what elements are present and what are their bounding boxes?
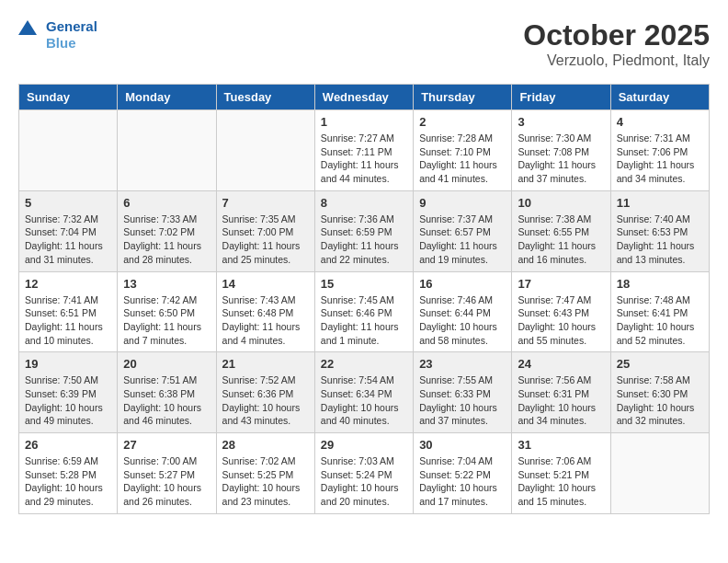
- day-number: 5: [25, 196, 111, 210]
- day-number: 11: [617, 196, 703, 210]
- day-number: 9: [419, 196, 506, 210]
- day-number: 21: [222, 357, 309, 371]
- day-info: Sunrise: 7:35 AM Sunset: 7:00 PM Dayligh…: [222, 213, 309, 267]
- day-info: Sunrise: 7:02 AM Sunset: 5:25 PM Dayligh…: [222, 454, 309, 509]
- day-info: Sunrise: 7:43 AM Sunset: 6:48 PM Dayligh…: [222, 293, 309, 348]
- calendar-cell: 21Sunrise: 7:52 AM Sunset: 6:36 PM Dayli…: [216, 352, 314, 433]
- logo-triangle-icon: [18, 18, 37, 52]
- calendar-cell: 20Sunrise: 7:51 AM Sunset: 6:38 PM Dayli…: [118, 352, 216, 433]
- calendar-cell: 14Sunrise: 7:43 AM Sunset: 6:48 PM Dayli…: [216, 271, 314, 352]
- day-number: 16: [419, 277, 506, 291]
- month-title: October 2025: [523, 18, 710, 52]
- day-info: Sunrise: 7:50 AM Sunset: 6:39 PM Dayligh…: [25, 373, 111, 428]
- day-number: 1: [321, 115, 407, 129]
- calendar-cell: 1Sunrise: 7:27 AM Sunset: 7:11 PM Daylig…: [314, 110, 413, 191]
- calendar-cell: 22Sunrise: 7:54 AM Sunset: 6:34 PM Dayli…: [314, 352, 413, 433]
- calendar-cell: 8Sunrise: 7:36 AM Sunset: 6:59 PM Daylig…: [314, 190, 413, 271]
- day-number: 12: [25, 277, 111, 291]
- day-number: 8: [321, 196, 407, 210]
- day-info: Sunrise: 7:30 AM Sunset: 7:08 PM Dayligh…: [518, 132, 604, 186]
- day-number: 4: [617, 115, 703, 129]
- weekday-header-row: SundayMondayTuesdayWednesdayThursdayFrid…: [19, 85, 710, 110]
- day-number: 2: [419, 115, 506, 129]
- weekday-header-thursday: Thursday: [414, 85, 512, 110]
- day-number: 18: [617, 277, 703, 291]
- calendar-cell: [19, 110, 118, 191]
- day-info: Sunrise: 7:52 AM Sunset: 6:36 PM Dayligh…: [222, 373, 309, 428]
- calendar-cell: 25Sunrise: 7:58 AM Sunset: 6:30 PM Dayli…: [610, 352, 709, 433]
- calendar-cell: 13Sunrise: 7:42 AM Sunset: 6:50 PM Dayli…: [118, 271, 216, 352]
- logo-blue-text: Blue: [46, 35, 97, 52]
- day-info: Sunrise: 7:36 AM Sunset: 6:59 PM Dayligh…: [321, 213, 407, 267]
- day-number: 27: [123, 438, 210, 452]
- calendar-cell: 17Sunrise: 7:47 AM Sunset: 6:43 PM Dayli…: [512, 271, 610, 352]
- day-info: Sunrise: 7:38 AM Sunset: 6:55 PM Dayligh…: [518, 213, 604, 267]
- calendar-week-row: 5Sunrise: 7:32 AM Sunset: 7:04 PM Daylig…: [19, 190, 710, 271]
- calendar-cell: 6Sunrise: 7:33 AM Sunset: 7:02 PM Daylig…: [118, 190, 216, 271]
- weekday-header-sunday: Sunday: [19, 85, 118, 110]
- day-info: Sunrise: 7:41 AM Sunset: 6:51 PM Dayligh…: [25, 293, 111, 348]
- day-info: Sunrise: 7:00 AM Sunset: 5:27 PM Dayligh…: [123, 454, 210, 509]
- calendar-cell: 28Sunrise: 7:02 AM Sunset: 5:25 PM Dayli…: [216, 433, 314, 514]
- day-info: Sunrise: 7:47 AM Sunset: 6:43 PM Dayligh…: [518, 293, 604, 348]
- day-info: Sunrise: 7:54 AM Sunset: 6:34 PM Dayligh…: [321, 373, 407, 428]
- calendar-cell: 5Sunrise: 7:32 AM Sunset: 7:04 PM Daylig…: [19, 190, 118, 271]
- day-info: Sunrise: 7:42 AM Sunset: 6:50 PM Dayligh…: [123, 293, 210, 348]
- calendar-cell: 11Sunrise: 7:40 AM Sunset: 6:53 PM Dayli…: [610, 190, 709, 271]
- day-number: 14: [222, 277, 309, 291]
- calendar-cell: 12Sunrise: 7:41 AM Sunset: 6:51 PM Dayli…: [19, 271, 118, 352]
- weekday-header-tuesday: Tuesday: [216, 85, 314, 110]
- day-info: Sunrise: 6:59 AM Sunset: 5:28 PM Dayligh…: [25, 454, 111, 509]
- day-number: 29: [321, 438, 407, 452]
- day-info: Sunrise: 7:31 AM Sunset: 7:06 PM Dayligh…: [617, 132, 703, 186]
- calendar-table: SundayMondayTuesdayWednesdayThursdayFrid…: [18, 84, 710, 514]
- page-header: General Blue October 2025 Verzuolo, Pied…: [18, 18, 710, 69]
- calendar-week-row: 19Sunrise: 7:50 AM Sunset: 6:39 PM Dayli…: [19, 352, 710, 433]
- day-info: Sunrise: 7:45 AM Sunset: 6:46 PM Dayligh…: [321, 293, 407, 348]
- day-info: Sunrise: 7:58 AM Sunset: 6:30 PM Dayligh…: [617, 373, 703, 428]
- day-number: 3: [518, 115, 604, 129]
- day-number: 31: [518, 438, 604, 452]
- logo: General Blue: [18, 18, 97, 52]
- day-number: 20: [123, 357, 210, 371]
- calendar-cell: 31Sunrise: 7:06 AM Sunset: 5:21 PM Dayli…: [512, 433, 610, 514]
- calendar-cell: 9Sunrise: 7:37 AM Sunset: 6:57 PM Daylig…: [414, 190, 512, 271]
- calendar-cell: 10Sunrise: 7:38 AM Sunset: 6:55 PM Dayli…: [512, 190, 610, 271]
- calendar-cell: 18Sunrise: 7:48 AM Sunset: 6:41 PM Dayli…: [610, 271, 709, 352]
- day-number: 7: [222, 196, 309, 210]
- logo-general-text: General: [46, 18, 97, 35]
- day-info: Sunrise: 7:06 AM Sunset: 5:21 PM Dayligh…: [518, 454, 604, 509]
- calendar-cell: 4Sunrise: 7:31 AM Sunset: 7:06 PM Daylig…: [610, 110, 709, 191]
- calendar-cell: 7Sunrise: 7:35 AM Sunset: 7:00 PM Daylig…: [216, 190, 314, 271]
- calendar-cell: 23Sunrise: 7:55 AM Sunset: 6:33 PM Dayli…: [414, 352, 512, 433]
- calendar-cell: 15Sunrise: 7:45 AM Sunset: 6:46 PM Dayli…: [314, 271, 413, 352]
- day-info: Sunrise: 7:32 AM Sunset: 7:04 PM Dayligh…: [25, 213, 111, 267]
- calendar-cell: 30Sunrise: 7:04 AM Sunset: 5:22 PM Dayli…: [414, 433, 512, 514]
- day-info: Sunrise: 7:37 AM Sunset: 6:57 PM Dayligh…: [419, 213, 506, 267]
- svg-marker-0: [18, 20, 37, 35]
- day-info: Sunrise: 7:28 AM Sunset: 7:10 PM Dayligh…: [419, 132, 506, 186]
- day-info: Sunrise: 7:48 AM Sunset: 6:41 PM Dayligh…: [617, 293, 703, 348]
- calendar-week-row: 1Sunrise: 7:27 AM Sunset: 7:11 PM Daylig…: [19, 110, 710, 191]
- calendar-cell: 27Sunrise: 7:00 AM Sunset: 5:27 PM Dayli…: [118, 433, 216, 514]
- day-info: Sunrise: 7:56 AM Sunset: 6:31 PM Dayligh…: [518, 373, 604, 428]
- day-number: 28: [222, 438, 309, 452]
- weekday-header-wednesday: Wednesday: [314, 85, 413, 110]
- day-number: 6: [123, 196, 210, 210]
- day-number: 23: [419, 357, 506, 371]
- day-info: Sunrise: 7:27 AM Sunset: 7:11 PM Dayligh…: [321, 132, 407, 186]
- title-block: October 2025 Verzuolo, Piedmont, Italy: [523, 18, 710, 69]
- day-info: Sunrise: 7:33 AM Sunset: 7:02 PM Dayligh…: [123, 213, 210, 267]
- day-number: 25: [617, 357, 703, 371]
- day-info: Sunrise: 7:55 AM Sunset: 6:33 PM Dayligh…: [419, 373, 506, 428]
- day-info: Sunrise: 7:03 AM Sunset: 5:24 PM Dayligh…: [321, 454, 407, 509]
- weekday-header-saturday: Saturday: [610, 85, 709, 110]
- calendar-cell: 16Sunrise: 7:46 AM Sunset: 6:44 PM Dayli…: [414, 271, 512, 352]
- calendar-cell: [610, 433, 709, 514]
- calendar-cell: 26Sunrise: 6:59 AM Sunset: 5:28 PM Dayli…: [19, 433, 118, 514]
- day-number: 30: [419, 438, 506, 452]
- day-number: 24: [518, 357, 604, 371]
- calendar-cell: 19Sunrise: 7:50 AM Sunset: 6:39 PM Dayli…: [19, 352, 118, 433]
- calendar-cell: 29Sunrise: 7:03 AM Sunset: 5:24 PM Dayli…: [314, 433, 413, 514]
- calendar-week-row: 26Sunrise: 6:59 AM Sunset: 5:28 PM Dayli…: [19, 433, 710, 514]
